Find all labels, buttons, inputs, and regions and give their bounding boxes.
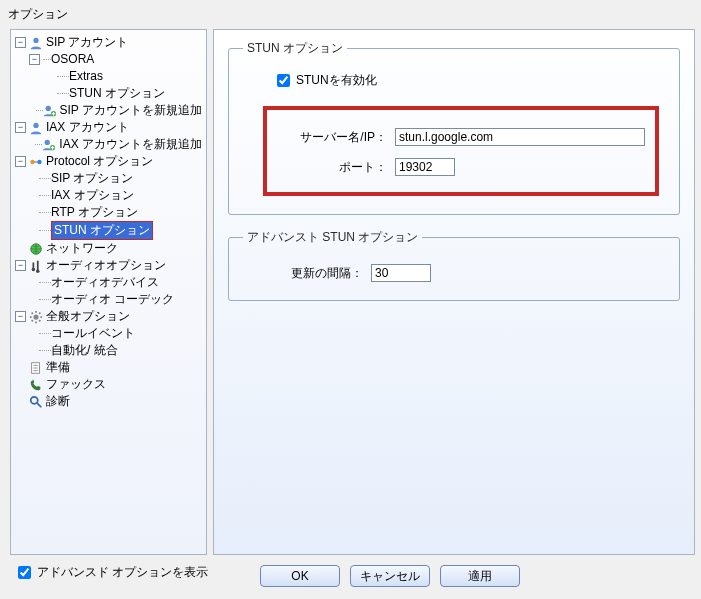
- refresh-label: 更新の間隔：: [283, 265, 363, 282]
- collapse-icon[interactable]: −: [15, 260, 26, 271]
- tree-node-rtp-opt[interactable]: RTP オプション: [11, 204, 206, 221]
- tree-node-diag[interactable]: 診断: [11, 393, 206, 410]
- enable-stun-checkbox[interactable]: [277, 74, 290, 87]
- svg-point-0: [33, 37, 38, 42]
- tree-node-osora[interactable]: − OSORA: [11, 51, 206, 68]
- paper-icon: [29, 361, 43, 375]
- collapse-icon[interactable]: −: [15, 122, 26, 133]
- add-user-icon: [42, 138, 56, 152]
- tree-node-iax-account[interactable]: − IAX アカウント: [11, 119, 206, 136]
- show-advanced-label: アドバンスド オプションを表示: [37, 564, 208, 581]
- collapse-icon[interactable]: −: [15, 156, 26, 167]
- tree-node-sip-account[interactable]: − SIP アカウント: [11, 34, 206, 51]
- tree-label: RTP オプション: [51, 204, 138, 221]
- tree-node-extras[interactable]: Extras: [11, 68, 206, 85]
- tree-node-stun-opt[interactable]: STUN オプション: [11, 221, 206, 240]
- tree-label: 全般オプション: [46, 308, 130, 325]
- settings-panel: STUN オプション STUNを有効化 サーバー名/IP： ポート： アドバンス…: [213, 29, 695, 555]
- cancel-button[interactable]: キャンセル: [350, 565, 430, 587]
- svg-point-4: [45, 139, 50, 144]
- tree-label: SIP オプション: [51, 170, 133, 187]
- server-highlight-box: サーバー名/IP： ポート：: [263, 106, 659, 196]
- options-tree[interactable]: − SIP アカウント − OSORA Extras STUN オプション: [10, 29, 207, 555]
- apply-button[interactable]: 適用: [440, 565, 520, 587]
- tree-node-iax-opt[interactable]: IAX オプション: [11, 187, 206, 204]
- server-label: サーバー名/IP：: [277, 129, 387, 146]
- tree-node-fax[interactable]: ファックス: [11, 376, 206, 393]
- tree-label: SIP アカウントを新規追加: [60, 102, 202, 119]
- audio-icon: [29, 259, 43, 273]
- tree-label-selected: STUN オプション: [51, 221, 153, 240]
- ok-button[interactable]: OK: [260, 565, 340, 587]
- phone-icon: [29, 378, 43, 392]
- footer-bar: アドバンスド オプションを表示 OK キャンセル 適用: [0, 555, 701, 595]
- tree-label: 自動化/ 統合: [51, 342, 118, 359]
- svg-point-1: [45, 105, 50, 110]
- stun-options-legend: STUN オプション: [243, 40, 347, 57]
- globe-icon: [29, 242, 43, 256]
- user-icon: [29, 121, 43, 135]
- window-title: オプション: [0, 0, 701, 25]
- tree-label: ネットワーク: [46, 240, 118, 257]
- tree-label: IAX オプション: [51, 187, 134, 204]
- add-user-icon: [43, 104, 57, 118]
- enable-stun-row[interactable]: STUNを有効化: [273, 71, 665, 90]
- tree-node-general[interactable]: − 全般オプション: [11, 308, 206, 325]
- show-advanced-row[interactable]: アドバンスド オプションを表示: [14, 563, 208, 582]
- gear-icon: [29, 310, 43, 324]
- tree-label: SIP アカウント: [46, 34, 128, 51]
- enable-stun-label: STUNを有効化: [296, 72, 377, 89]
- svg-point-10: [36, 269, 40, 273]
- tree-node-network[interactable]: ネットワーク: [11, 240, 206, 257]
- svg-point-3: [33, 122, 38, 127]
- tree-label: Extras: [69, 68, 103, 85]
- port-label: ポート：: [277, 159, 387, 176]
- tree-label: 準備: [46, 359, 70, 376]
- svg-point-6: [30, 159, 34, 163]
- tree-label: OSORA: [51, 51, 94, 68]
- protocol-icon: [29, 155, 43, 169]
- tree-label: Protocol オプション: [46, 153, 153, 170]
- svg-point-9: [32, 267, 36, 271]
- tree-label: IAX アカウント: [46, 119, 129, 136]
- tree-label: STUN オプション: [69, 85, 165, 102]
- magnifier-icon: [29, 395, 43, 409]
- tree-label: 診断: [46, 393, 70, 410]
- tree-label: オーディオ コーデック: [51, 291, 174, 308]
- stun-options-group: STUN オプション STUNを有効化 サーバー名/IP： ポート：: [228, 40, 680, 215]
- tree-node-automation[interactable]: 自動化/ 統合: [11, 342, 206, 359]
- tree-node-sip-add[interactable]: SIP アカウントを新規追加: [11, 102, 206, 119]
- svg-point-13: [31, 396, 38, 403]
- tree-node-sip-opt[interactable]: SIP オプション: [11, 170, 206, 187]
- tree-node-audio-codec[interactable]: オーディオ コーデック: [11, 291, 206, 308]
- port-input[interactable]: [395, 158, 455, 176]
- tree-label: オーディオデバイス: [51, 274, 159, 291]
- server-input[interactable]: [395, 128, 645, 146]
- collapse-icon[interactable]: −: [15, 311, 26, 322]
- tree-node-provision[interactable]: 準備: [11, 359, 206, 376]
- tree-node-call-event[interactable]: コールイベント: [11, 325, 206, 342]
- show-advanced-checkbox[interactable]: [18, 566, 31, 579]
- collapse-icon[interactable]: −: [15, 37, 26, 48]
- svg-point-7: [37, 159, 41, 163]
- tree-node-audio-dev[interactable]: オーディオデバイス: [11, 274, 206, 291]
- tree-label: IAX アカウントを新規追加: [59, 136, 202, 153]
- user-icon: [29, 36, 43, 50]
- advanced-stun-group: アドバンスト STUN オプション 更新の間隔：: [228, 229, 680, 301]
- advanced-stun-legend: アドバンスト STUN オプション: [243, 229, 422, 246]
- refresh-input[interactable]: [371, 264, 431, 282]
- tree-label: コールイベント: [51, 325, 135, 342]
- tree-node-stun-child[interactable]: STUN オプション: [11, 85, 206, 102]
- tree-node-protocol[interactable]: − Protocol オプション: [11, 153, 206, 170]
- tree-label: ファックス: [46, 376, 106, 393]
- tree-node-iax-add[interactable]: IAX アカウントを新規追加: [11, 136, 206, 153]
- tree-label: オーディオオプション: [46, 257, 166, 274]
- collapse-icon[interactable]: −: [29, 54, 40, 65]
- svg-point-11: [33, 314, 38, 319]
- tree-node-audio[interactable]: − オーディオオプション: [11, 257, 206, 274]
